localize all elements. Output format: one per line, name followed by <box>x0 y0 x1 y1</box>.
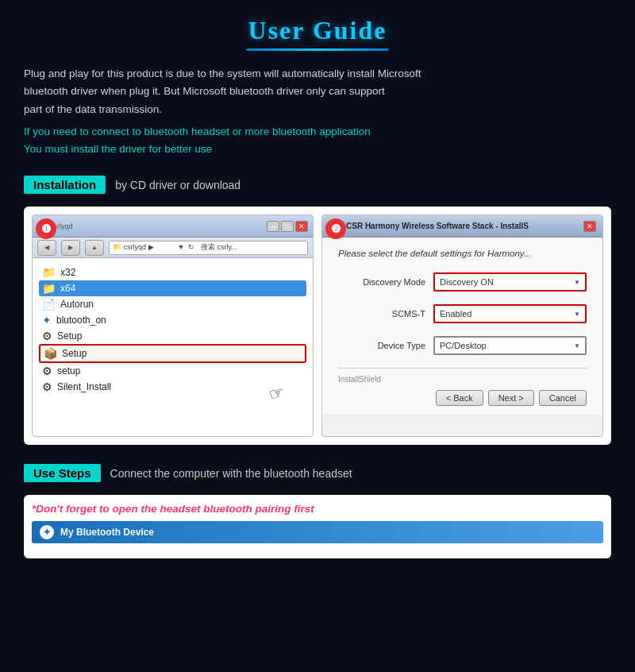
cancel-button[interactable]: Cancel <box>539 390 587 406</box>
file-list: 📁 x32 📁 x64 📄 Autorun ✦ blutooth_on <box>33 258 313 401</box>
installer-close-btn[interactable]: ✕ <box>583 221 596 232</box>
file-setup-config-label: Setup <box>57 330 82 342</box>
file-setup-exe[interactable]: 📦 Setup <box>39 344 306 363</box>
use-steps-badge: Use Steps <box>24 464 101 482</box>
installer-divider <box>338 368 587 369</box>
back-button[interactable]: < Back <box>436 390 483 406</box>
exe-icon: 📦 <box>44 347 57 360</box>
device-select[interactable]: PC/Desktop ▼ <box>433 336 587 355</box>
installer-win-controls: ✕ <box>583 221 596 232</box>
maximize-btn[interactable]: □ <box>281 221 294 232</box>
back-btn[interactable]: ◀ <box>37 240 56 256</box>
intro-cyan1: If you need to connect to bluetooth head… <box>24 126 371 137</box>
screenshot-installer: ❷ BT CSR Harmony Wireless Software Stack… <box>321 214 603 437</box>
address-bar[interactable]: 📁 csrlyqd ▶ ▼ ↻ 搜索 csrly... <box>109 241 308 255</box>
autorun-icon: 📄 <box>42 298 56 311</box>
form-row-scmst: SCMS-T Enabled ▼ <box>338 304 587 323</box>
device-label: Device Type <box>338 341 425 350</box>
file-setup-lower[interactable]: ⚙ setup <box>39 363 306 379</box>
installer-titlebar: BT CSR Harmony Wireless Software Stack -… <box>322 215 602 238</box>
use-steps-label: Connect the computer with the bluetooth … <box>110 467 352 480</box>
file-x32-label: x32 <box>60 267 75 278</box>
explorer-toolbar: ◀ ▶ ▲ 📁 csrlyqd ▶ ▼ ↻ 搜索 csrly... <box>33 238 313 258</box>
file-autorun[interactable]: 📄 Autorun <box>39 296 306 312</box>
installer-footer: InstallShield <box>338 375 587 384</box>
explorer-titlebar: 📁 csrlyqd ─ □ ✕ <box>33 215 313 238</box>
file-bluetooth[interactable]: ✦ blutooth_on <box>39 312 306 328</box>
scmst-label: SCMS-T <box>338 309 425 319</box>
file-setup-config[interactable]: ⚙ Setup <box>39 328 306 344</box>
intro-line1: Plug and play for this product is due to… <box>24 68 421 79</box>
installer-title: CSR Harmony Wireless Software Stack - In… <box>346 222 579 230</box>
file-silent-install-label: Silent_Install <box>57 381 111 392</box>
intro-block: Plug and play for this product is due to… <box>24 65 611 118</box>
setup-icon: ⚙ <box>42 365 52 377</box>
intro-cyan2: You must install the driver for better u… <box>24 143 212 155</box>
bottom-panel: *Don't forget to open the headset blueto… <box>24 495 611 558</box>
dont-forget-text: *Don't forget to open the headset blueto… <box>32 503 603 515</box>
page-title: User Guide <box>24 16 611 45</box>
file-x32[interactable]: 📁 x32 <box>39 265 306 280</box>
scmst-arrow: ▼ <box>574 311 580 318</box>
discovery-arrow: ▼ <box>574 279 580 286</box>
device-arrow: ▼ <box>574 342 580 350</box>
intro-line3: part of the data transmission. <box>24 103 162 115</box>
silent-install-icon: ⚙ <box>42 380 52 393</box>
win-controls: ─ □ ✕ <box>267 221 308 232</box>
folder-selected-icon: 📁 <box>42 282 56 295</box>
scmst-select[interactable]: Enabled ▼ <box>433 304 587 323</box>
scmst-value: Enabled <box>440 309 471 319</box>
installer-subtitle: Please select the default settings for H… <box>338 249 587 258</box>
form-row-discovery: Discovery Mode Discovery ON ▼ <box>338 272 587 292</box>
title-section: User Guide <box>24 16 611 51</box>
file-autorun-label: Autorun <box>60 299 94 310</box>
close-btn[interactable]: ✕ <box>295 221 308 232</box>
file-setup-lower-label: setup <box>57 365 80 377</box>
bluetooth-icon: ✦ <box>42 314 52 326</box>
file-bluetooth-label: blutooth_on <box>56 315 106 326</box>
next-button[interactable]: Next > <box>488 390 534 406</box>
bt-device-name: My Bluetooth Device <box>60 527 154 538</box>
screenshots-row: ❶ 📁 csrlyqd ─ □ ✕ ◀ ▶ ▲ 📁 csrlyq <box>24 207 611 445</box>
installer-buttons: < Back Next > Cancel <box>338 390 587 406</box>
installation-header: Installation by CD driver or download <box>24 176 611 194</box>
intro-line2: bluetooth driver when plug it. But Micro… <box>24 85 385 97</box>
file-x64-label: x64 <box>60 283 75 294</box>
file-x64[interactable]: 📁 x64 <box>39 280 306 296</box>
bluetooth-icon: ✦ <box>40 525 54 539</box>
bluetooth-bar: ✦ My Bluetooth Device <box>32 521 603 543</box>
forward-btn[interactable]: ▶ <box>61 240 80 256</box>
installer-body: Please select the default settings for H… <box>322 238 602 414</box>
config-icon: ⚙ <box>42 330 52 342</box>
use-steps-header: Use Steps Connect the computer with the … <box>24 464 611 482</box>
installation-label: by CD driver or download <box>115 179 241 191</box>
discovery-value: Discovery ON <box>440 277 494 287</box>
folder-icon: 📁 <box>42 266 56 279</box>
form-row-device: Device Type PC/Desktop ▼ <box>338 336 587 355</box>
discovery-label: Discovery Mode <box>338 277 425 287</box>
discovery-select[interactable]: Discovery ON ▼ <box>433 272 587 292</box>
intro-cyan: If you need to connect to bluetooth head… <box>24 123 611 159</box>
screenshot-explorer: ❶ 📁 csrlyqd ─ □ ✕ ◀ ▶ ▲ 📁 csrlyq <box>32 214 314 437</box>
up-btn[interactable]: ▲ <box>85 240 104 256</box>
title-underline <box>246 48 389 51</box>
device-value: PC/Desktop <box>440 341 487 350</box>
installation-badge: Installation <box>24 176 106 194</box>
file-setup-exe-label: Setup <box>62 348 87 359</box>
minimize-btn[interactable]: ─ <box>267 221 279 232</box>
